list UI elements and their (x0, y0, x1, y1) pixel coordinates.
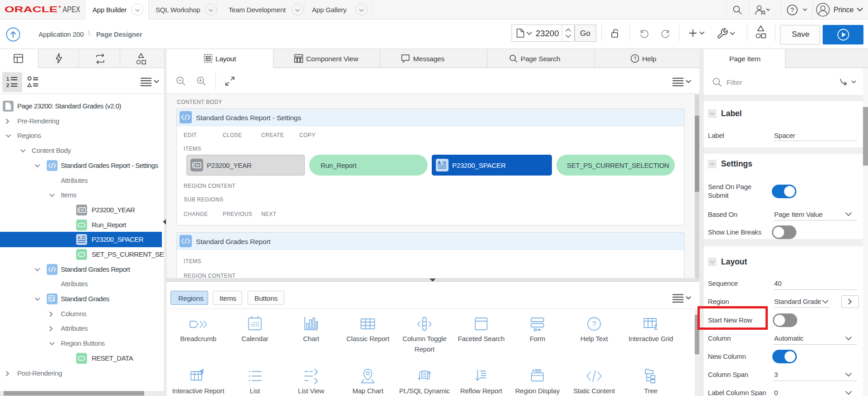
svg-text:1: 1 (6, 76, 9, 82)
svg-text:APEX: APEX (63, 5, 80, 14)
svg-text:ORACLE: ORACLE (5, 5, 58, 14)
svg-text:?: ? (634, 56, 636, 61)
svg-text:?: ? (790, 6, 794, 14)
svg-text:?: ? (592, 320, 596, 328)
svg-text:2: 2 (6, 83, 9, 88)
svg-text:A: A (78, 235, 81, 240)
svg-text:A: A (438, 161, 441, 166)
